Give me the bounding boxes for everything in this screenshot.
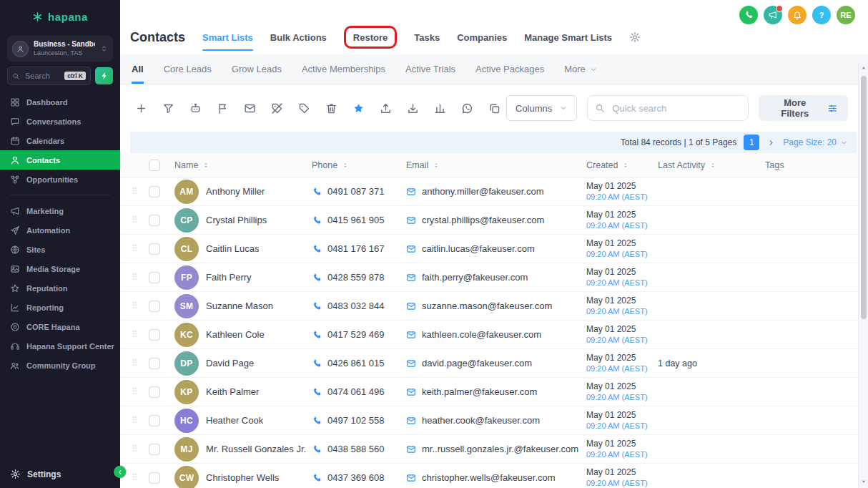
row-checkbox[interactable] bbox=[149, 243, 160, 255]
row-checkbox[interactable] bbox=[149, 386, 160, 398]
mail-icon[interactable] bbox=[406, 444, 416, 454]
mail-icon[interactable] bbox=[406, 473, 416, 483]
import-button[interactable] bbox=[400, 96, 425, 120]
row-checkbox[interactable] bbox=[149, 215, 160, 226]
contact-name[interactable]: Suzanne Mason bbox=[206, 301, 273, 311]
column-header[interactable]: Email bbox=[406, 160, 586, 170]
updown-chevron-icon[interactable] bbox=[100, 44, 108, 54]
mail-icon[interactable] bbox=[406, 330, 416, 340]
bot-button[interactable] bbox=[183, 96, 207, 120]
phone-icon[interactable] bbox=[312, 244, 322, 254]
row-checkbox[interactable] bbox=[149, 444, 160, 455]
help-button[interactable]: ? bbox=[812, 6, 831, 24]
sort-icon[interactable] bbox=[202, 162, 209, 169]
sidebar-item[interactable]: Sites bbox=[0, 240, 120, 259]
phone-icon[interactable] bbox=[312, 473, 322, 483]
scrollbar-thumb[interactable] bbox=[861, 76, 867, 319]
phone-icon[interactable] bbox=[312, 416, 322, 426]
row-checkbox[interactable] bbox=[149, 415, 160, 426]
drag-handle-icon[interactable] bbox=[130, 271, 139, 282]
quick-search-input[interactable] bbox=[611, 102, 741, 114]
contact-name[interactable]: Crystal Phillips bbox=[206, 215, 267, 225]
sidebar-item[interactable]: Conversations bbox=[0, 112, 120, 131]
phone-icon[interactable] bbox=[312, 273, 322, 283]
sort-icon[interactable] bbox=[342, 162, 349, 169]
column-header[interactable]: Phone bbox=[312, 160, 406, 170]
mail-icon[interactable] bbox=[406, 301, 416, 311]
user-avatar[interactable]: RE bbox=[837, 6, 855, 24]
favorite-button[interactable] bbox=[346, 96, 370, 120]
sidebar-collapse-toggle[interactable] bbox=[114, 466, 126, 478]
contact-name[interactable]: Mr. Russell Gonzales Jr. bbox=[206, 444, 306, 454]
mail-icon[interactable] bbox=[406, 187, 416, 197]
drag-handle-icon[interactable] bbox=[130, 443, 139, 454]
phone-button[interactable] bbox=[739, 6, 758, 24]
whatsapp-button[interactable] bbox=[455, 96, 479, 120]
header-tab[interactable]: Restore bbox=[344, 26, 397, 49]
business-selector[interactable]: Business - Sandbox Launceston, TAS bbox=[7, 36, 113, 62]
contact-name[interactable]: Anthony Miller bbox=[206, 186, 265, 197]
export-button[interactable] bbox=[373, 96, 398, 120]
phone-icon[interactable] bbox=[312, 301, 322, 311]
phone-icon[interactable] bbox=[312, 387, 322, 397]
phone-icon[interactable] bbox=[312, 330, 322, 340]
sidebar-item[interactable]: Hapana Support Center bbox=[0, 336, 120, 356]
sidebar-item[interactable]: Automation bbox=[0, 220, 120, 240]
drag-handle-icon[interactable] bbox=[130, 414, 139, 425]
phone-icon[interactable] bbox=[312, 444, 322, 454]
report-button[interactable] bbox=[428, 96, 452, 120]
header-tab[interactable]: Bulk Actions bbox=[270, 20, 327, 54]
gear-icon[interactable] bbox=[629, 31, 641, 43]
smart-list-tab[interactable]: Active Packages bbox=[475, 54, 544, 84]
row-checkbox[interactable] bbox=[149, 301, 160, 312]
contact-name[interactable]: Heather Cook bbox=[206, 415, 263, 426]
row-checkbox[interactable] bbox=[149, 329, 160, 341]
column-header[interactable]: Last Activity bbox=[658, 160, 765, 170]
row-checkbox[interactable] bbox=[149, 472, 160, 484]
drag-handle-icon[interactable] bbox=[130, 243, 139, 253]
sidebar-item[interactable]: Media Storage bbox=[0, 259, 120, 278]
sidebar-search-input[interactable] bbox=[24, 71, 61, 81]
drag-handle-icon[interactable] bbox=[130, 185, 139, 196]
contact-name[interactable]: Christopher Wells bbox=[206, 472, 279, 483]
row-checkbox[interactable] bbox=[149, 186, 160, 197]
smart-list-tab[interactable]: Grow Leads bbox=[232, 54, 282, 84]
select-all-checkbox[interactable] bbox=[149, 160, 160, 171]
contact-name[interactable]: Keith Palmer bbox=[206, 386, 259, 397]
row-checkbox[interactable] bbox=[149, 358, 160, 369]
contact-name[interactable]: Faith Perry bbox=[206, 272, 252, 283]
delete-button[interactable] bbox=[319, 96, 343, 120]
sidebar-item[interactable]: Opportunities bbox=[0, 170, 120, 189]
vertical-scrollbar[interactable] bbox=[858, 62, 868, 488]
sort-icon[interactable] bbox=[622, 162, 629, 169]
mail-icon[interactable] bbox=[406, 358, 416, 369]
smart-list-tab[interactable]: More bbox=[564, 54, 598, 84]
send-email-button[interactable] bbox=[237, 96, 262, 120]
drag-handle-icon[interactable] bbox=[130, 328, 139, 339]
sidebar-item[interactable]: Marketing bbox=[0, 201, 120, 220]
page-number-button[interactable]: 1 bbox=[744, 135, 759, 150]
announcements-button[interactable] bbox=[764, 6, 782, 24]
columns-dropdown[interactable]: Columns bbox=[506, 95, 577, 121]
filter-button[interactable] bbox=[156, 96, 180, 120]
header-tab[interactable]: Smart Lists bbox=[202, 20, 253, 54]
sidebar-item[interactable]: Reporting bbox=[0, 298, 120, 317]
sort-icon[interactable] bbox=[709, 162, 716, 169]
notifications-button[interactable] bbox=[788, 6, 807, 24]
add-contact-button[interactable] bbox=[129, 96, 153, 120]
smart-list-tab[interactable]: All bbox=[132, 54, 144, 84]
flag-button[interactable] bbox=[210, 96, 235, 120]
sort-icon[interactable] bbox=[433, 162, 440, 169]
mail-icon[interactable] bbox=[406, 244, 416, 254]
mail-icon[interactable] bbox=[406, 215, 416, 225]
sidebar-item[interactable]: Calendars bbox=[0, 131, 120, 150]
column-header[interactable]: Tags bbox=[765, 160, 849, 170]
contact-name[interactable]: David Page bbox=[206, 358, 254, 369]
smart-list-tab[interactable]: Active Trials bbox=[405, 54, 455, 84]
mail-icon[interactable] bbox=[406, 387, 416, 397]
phone-icon[interactable] bbox=[312, 358, 322, 369]
drag-handle-icon[interactable] bbox=[130, 386, 139, 396]
scroll-down-arrow[interactable] bbox=[859, 477, 868, 487]
add-tag-button[interactable] bbox=[292, 96, 316, 120]
page-size-select[interactable]: Page Size: 20 bbox=[783, 137, 848, 147]
